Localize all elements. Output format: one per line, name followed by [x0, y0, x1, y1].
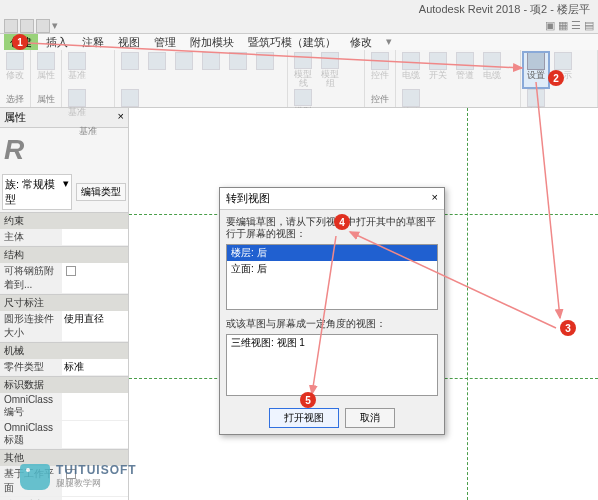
- properties-panel: 属性 × R 族: 常规模型▾ 编辑类型 约束主体结构可将钢筋附着到...尺寸标…: [0, 108, 129, 500]
- dialog-titlebar: 转到视图 ×: [220, 188, 444, 210]
- title-bar: Autodesk Revit 2018 - 项2 - 楼层平: [0, 0, 598, 18]
- menu-insert[interactable]: 插入: [40, 34, 74, 50]
- property-section-header[interactable]: 机械: [0, 342, 128, 359]
- goto-view-dialog: 转到视图 × 要编辑草图，请从下列视图中打开其中的草图平行于屏幕的视图： 楼层:…: [219, 187, 445, 435]
- dialog-close-icon[interactable]: ×: [432, 191, 438, 206]
- property-section-header[interactable]: 标识数据: [0, 376, 128, 393]
- menu-view[interactable]: 视图: [112, 34, 146, 50]
- ribbon-button[interactable]: [225, 52, 251, 88]
- annotation-marker-2: 2: [548, 70, 564, 86]
- ribbon: 修改选择属性属性基准基准基准形状模型线模型组模型组模型控件控件电缆开关管道电缆线…: [0, 50, 598, 108]
- qat-icon[interactable]: [4, 19, 18, 33]
- ribbon-button[interactable]: 模型组: [317, 52, 343, 88]
- ribbon-button[interactable]: 基准: [64, 89, 90, 125]
- annotation-marker-4: 4: [334, 214, 350, 230]
- list-item[interactable]: 立面: 后: [227, 261, 437, 277]
- property-section-header[interactable]: 约束: [0, 212, 128, 229]
- list-item[interactable]: 三维视图: 视图 1: [227, 335, 437, 351]
- annotation-marker-1: 1: [12, 34, 28, 50]
- property-row[interactable]: 主体: [0, 229, 128, 246]
- property-row[interactable]: OmniClass 标题: [0, 421, 128, 449]
- property-section-header[interactable]: 结构: [0, 246, 128, 263]
- list-item[interactable]: 楼层: 后: [227, 245, 437, 261]
- watermark: TUITUISOFT 腿腿教学网: [20, 463, 137, 490]
- property-row[interactable]: 零件类型标准: [0, 359, 128, 376]
- ribbon-button[interactable]: 修改: [2, 52, 28, 88]
- ribbon-button[interactable]: [252, 52, 278, 88]
- family-selector[interactable]: 族: 常规模型▾: [2, 174, 72, 210]
- property-section-header[interactable]: 尺寸标注: [0, 294, 128, 311]
- ribbon-button[interactable]: 电缆: [479, 52, 505, 88]
- quick-toolbar: ▾ ▣ ▦ ☰ ▤: [0, 18, 598, 34]
- menu-manage[interactable]: 管理: [148, 34, 182, 50]
- annotation-marker-5: 5: [300, 392, 316, 408]
- open-view-button[interactable]: 打开视图: [269, 408, 339, 428]
- menu-annotate[interactable]: 注释: [76, 34, 110, 50]
- property-row[interactable]: OmniClass 编号: [0, 393, 128, 421]
- annotation-marker-3: 3: [560, 320, 576, 336]
- ribbon-button[interactable]: 模型线: [290, 52, 316, 88]
- ribbon-button[interactable]: 属性: [33, 52, 59, 88]
- property-row[interactable]: 圆形连接件大小使用直径: [0, 311, 128, 342]
- ribbon-button[interactable]: 设置: [523, 52, 549, 88]
- menu-bar: 创建 插入 注释 视图 管理 附加模块 暨筑巧模（建筑） 修改 ▾: [0, 34, 598, 50]
- view-list-2[interactable]: 三维视图: 视图 1: [226, 334, 438, 396]
- ribbon-button[interactable]: [198, 52, 224, 88]
- cancel-button[interactable]: 取消: [345, 408, 395, 428]
- ribbon-button[interactable]: 管道: [452, 52, 478, 88]
- menu-arch[interactable]: 暨筑巧模（建筑）: [242, 34, 342, 50]
- view-list-1[interactable]: 楼层: 后立面: 后: [226, 244, 438, 310]
- edit-type-button[interactable]: 编辑类型: [76, 183, 126, 201]
- menu-modify[interactable]: 修改: [344, 34, 378, 50]
- ribbon-button[interactable]: [144, 52, 170, 88]
- menu-addins[interactable]: 附加模块: [184, 34, 240, 50]
- menu-dropdown-icon[interactable]: ▾: [380, 34, 398, 50]
- ribbon-button[interactable]: [117, 52, 143, 88]
- qat-icon[interactable]: [36, 19, 50, 33]
- property-row[interactable]: 可将钢筋附着到...: [0, 263, 128, 294]
- ribbon-button[interactable]: 开关: [425, 52, 451, 88]
- ribbon-button[interactable]: 基准: [64, 52, 90, 88]
- ribbon-button[interactable]: 控件: [367, 52, 393, 88]
- ribbon-button[interactable]: 电缆: [398, 52, 424, 88]
- watermark-icon: [20, 464, 50, 490]
- dialog-message: 要编辑草图，请从下列视图中打开其中的草图平行于屏幕的视图：: [226, 216, 438, 240]
- ribbon-button[interactable]: [171, 52, 197, 88]
- qat-icon[interactable]: [20, 19, 34, 33]
- dialog-message-2: 或该草图与屏幕成一定角度的视图：: [226, 318, 438, 330]
